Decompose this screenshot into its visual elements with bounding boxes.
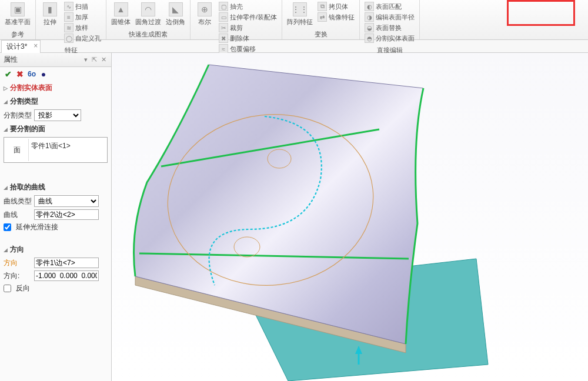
properties-header: 属性 ▾ ⇱ ✕ [0,53,111,67]
ribbon-button-small[interactable]: ⇄镜像特征 [315,12,357,22]
ribbon-group: ◐表面匹配◑编辑表面半径◒表面替换◓分割实体表面直接编辑 [360,0,420,39]
tab-label: 设计3* [6,42,27,51]
viewport-3d[interactable] [112,53,588,381]
ribbon-button-small[interactable]: ▭拉伸零件/装配体 [216,12,279,22]
ribbon-icon: ≋ [64,23,74,32]
reverse-checkbox[interactable] [4,285,11,292]
split-type-select[interactable]: 投影 [34,109,81,121]
options-icon[interactable]: ● [39,69,48,79]
panel-controls[interactable]: ▾ ⇱ ✕ [84,56,108,63]
ribbon-icon: ▭ [219,12,228,22]
smooth-label: 延伸光滑连接 [16,222,58,232]
ribbon-group: ⊕布尔▢抽壳▭拉伸零件/装配体✂裁剪✖删除体≈包覆偏移修改 [191,0,282,39]
ribbon-icon: ≈ [219,44,228,54]
section-faces: ◢ 要分割的面 [0,122,111,136]
ribbon-button[interactable]: ◣边倒角 [163,1,188,28]
ribbon-button[interactable]: ▣基准平面 [2,1,33,28]
ribbon-icon: ▣ [11,2,25,16]
row-curve-name: 曲线 [0,208,111,221]
ribbon-icon: ◠ [141,2,155,16]
preview-icon[interactable]: 6o [27,69,36,79]
ok-icon[interactable]: ✔ [4,69,13,79]
ribbon-group-label: 参考 [0,29,35,41]
collapse-icon[interactable]: ▷ [4,85,8,91]
ribbon-icon: ∿ [64,2,74,11]
faces-box[interactable]: 面 零件1\面<1> [4,137,108,163]
row-curve-type: 曲线类型 曲线 [0,194,111,208]
vector-label: 方向: [4,271,32,281]
ribbon-icon: ▮ [43,2,57,16]
curved-surface [134,65,424,344]
ribbon-icon: ◣ [169,2,183,16]
ribbon-button-small[interactable]: ✖删除体 [216,33,279,44]
curve-type-label: 曲线类型 [4,196,32,206]
ribbon-button[interactable]: ▲圆锥体 [109,1,133,28]
document-tab-active[interactable]: 设计3* × [1,40,41,53]
curve-name-label: 曲线 [4,210,32,220]
highlight-split-face [507,0,575,26]
close-icon[interactable]: × [34,42,38,50]
direction-input[interactable] [34,258,99,268]
row-reverse: 反向 [0,282,111,295]
section-curve: ◢ 拾取的曲线 [0,181,111,194]
ribbon-icon: ⊕ [198,2,212,16]
ribbon-icon: ⋮⋮ [293,2,307,16]
row-direction: 方向 [0,256,111,269]
collapse-icon[interactable]: ◢ [4,247,8,253]
ribbon-button-small[interactable]: ≡加厚 [62,12,103,22]
confirm-toolbar: ✔ ✖ 6o ● [0,67,111,81]
ribbon-button-small[interactable]: ≋放样 [62,22,103,33]
cancel-icon[interactable]: ✖ [15,69,25,79]
ribbon-icon: ▢ [219,2,228,11]
ribbon-icon: ◯ [64,34,74,43]
ribbon-icon: ≡ [64,12,74,22]
ribbon-button-small[interactable]: ◓分割实体表面 [362,33,417,44]
ribbon-button-small[interactable]: ◯自定义孔 [62,33,103,44]
properties-panel: 属性 ▾ ⇱ ✕ ✔ ✖ 6o ● ▷ 分割实体表面 ◢ 分割类型 分割类型 投… [0,53,112,381]
ribbon-button[interactable]: ▮拉伸 [38,1,62,28]
reverse-label: 反向 [16,283,30,293]
ribbon-icon: ◓ [365,34,374,43]
ribbon-group: ▣基准平面参考 [0,0,36,39]
ribbon-button-small[interactable]: ◑编辑表面半径 [362,12,417,22]
smooth-checkbox[interactable] [4,223,11,231]
ribbon-group-label: 快速生成图素 [106,29,190,41]
row-smooth: 延伸光滑连接 [0,221,111,233]
row-split-type: 分割类型 投影 [0,108,111,122]
curve-name-input[interactable] [34,209,99,220]
ribbon-button-small[interactable]: ⧉拷贝体 [315,1,357,12]
vector-input[interactable] [34,270,99,281]
ribbon: ▣基准平面参考▮拉伸∿扫描≡加厚≋放样◯自定义孔特征▲圆锥体◠圆角过渡◣边倒角快… [0,0,588,40]
ribbon-button[interactable]: ⊕布尔 [193,1,216,28]
ribbon-group: ▲圆锥体◠圆角过渡◣边倒角快速生成图素 [106,0,191,39]
ribbon-button-small[interactable]: ∿扫描 [62,1,103,12]
ribbon-group: ⋮⋮阵列特征⧉拷贝体⇄镜像特征变换 [282,0,360,39]
row-vector: 方向: [0,269,111,282]
faces-field-label: 面 [5,139,29,161]
ribbon-icon: ◐ [365,2,374,11]
scene-svg [112,53,588,381]
collapse-icon[interactable]: ◢ [4,126,8,132]
ribbon-icon: ⇄ [318,12,327,22]
ribbon-group-label: 变换 [282,29,359,41]
curve-type-select[interactable]: 曲线 [34,195,99,207]
ribbon-button-small[interactable]: ◐表面匹配 [362,1,417,12]
collapse-icon[interactable]: ◢ [4,185,8,190]
ribbon-icon: ✖ [219,34,228,43]
properties-title: 属性 [4,55,18,65]
split-type-label: 分割类型 [4,111,32,121]
ribbon-button-small[interactable]: ◒表面替换 [362,22,417,33]
ribbon-icon: ◒ [365,23,374,32]
collapse-icon[interactable]: ◢ [4,99,8,105]
ribbon-button-small[interactable]: ▢抽壳 [216,1,279,12]
ribbon-button-small[interactable]: ✂裁剪 [216,22,279,33]
ribbon-button[interactable]: ⋮⋮阵列特征 [285,1,315,28]
main: 属性 ▾ ⇱ ✕ ✔ ✖ 6o ● ▷ 分割实体表面 ◢ 分割类型 分割类型 投… [0,53,588,381]
ribbon-icon: ▲ [114,2,128,16]
ribbon-button[interactable]: ◠圆角过渡 [133,1,163,28]
section-direction: ◢ 方向 [0,243,111,256]
section-split-type: ◢ 分割类型 [0,95,111,108]
ribbon-icon: ⧉ [318,2,327,11]
faces-value: 零件1\面<1> [29,139,106,161]
direction-label: 方向 [4,258,32,268]
